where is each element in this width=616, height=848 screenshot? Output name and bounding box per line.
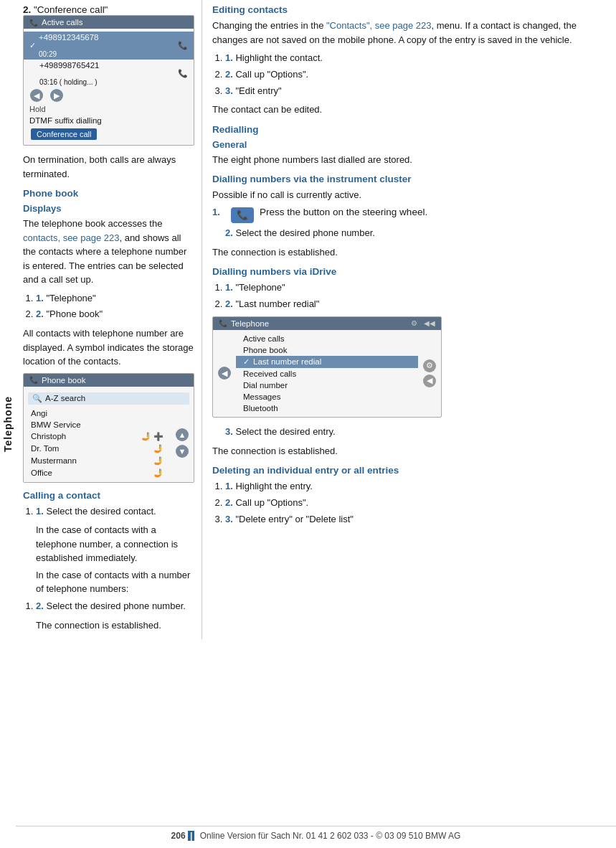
contact-drtom: Dr. Tom 🤳 [24, 443, 171, 455]
delete-step-3: 3. "Delete entry" or "Delete list" [225, 512, 606, 527]
delete-step-1: 1. Highlight the entry. [225, 479, 606, 494]
general-para: The eight phone numbers last dialled are… [212, 153, 606, 167]
tel-rows-wrapper: ◀ Active calls Phone book ✓ Last number … [213, 333, 441, 414]
idrive-step-1: 1. "Telephone" [225, 281, 606, 296]
phonebook-nav: ▲ ▼ [171, 407, 194, 479]
contact-angi: Angi [24, 407, 171, 419]
contacts-link-right[interactable]: "Contacts", see page 223 [326, 20, 432, 31]
tel-nav-left-btn[interactable]: ◀ [218, 367, 231, 380]
calling-indent-1: In the case of contacts with a telephone… [36, 523, 194, 565]
phonebook-contacts-wrapper: Angi BMW Service Christoph 🤳 [24, 407, 194, 479]
instrument-step-1-text: Press the button on the steering wheel. [260, 207, 427, 217]
editing-para: Changing the entries in the "Contacts", … [212, 19, 606, 47]
phone-book-heading: Phone book [23, 188, 194, 199]
editing-contacts-heading: Editing contacts [212, 4, 606, 15]
phonebook-body: 🔍 A-Z search Angi BMW Service [24, 387, 194, 482]
tel-nav-back-btn[interactable]: ◀ [423, 374, 436, 387]
idrive-steps: 1. "Telephone" 2. "Last number redial" [225, 281, 606, 312]
check-icon-1: ✓ [29, 41, 36, 50]
search-label: A-Z search [45, 394, 85, 402]
tel-row-active-calls[interactable]: Active calls [236, 333, 418, 344]
call-num-1: +498912345678 00:29 [39, 33, 98, 58]
instrument-step-2: 2. Select the desired phone number. [225, 226, 606, 241]
tel-nav-right-btn[interactable]: ⚙ [423, 359, 436, 372]
sidebar-label: Telephone [2, 396, 14, 452]
contacts-link[interactable]: contacts, see page 223 [23, 232, 119, 243]
dtmf-row: DTMF suffix dialling [24, 115, 194, 126]
sim-icon-mustermann: 🤳 [153, 456, 164, 466]
nav-row-active: ◀ ▶ [24, 88, 194, 103]
step-phonebook: 2. "Phone book" [36, 307, 194, 322]
idrive-result: The connection is established. [212, 444, 606, 458]
instrument-result: The connection is established. [212, 245, 606, 260]
contact-bmw: BMW Service [24, 419, 171, 430]
all-contacts-para: All contacts with telephone number are d… [23, 326, 194, 369]
phonebook-contacts-list: Angi BMW Service Christoph 🤳 [24, 407, 171, 479]
call-icon-right-1: 📞 [178, 41, 188, 50]
page-num-highlight: | [188, 831, 194, 841]
hold-label: Hold [24, 103, 194, 115]
displays-para: The telephone book accesses the contacts… [23, 217, 194, 287]
conference-btn[interactable]: Conference call [31, 128, 97, 140]
conference-para: On termination, both calls are always te… [23, 153, 194, 181]
phonebook-nav-down[interactable]: ▼ [176, 445, 189, 458]
search-icon: 🔍 [32, 394, 42, 403]
idrive-step3-list: 3. Select the desired entry. [225, 425, 606, 440]
calling-result: The connection is established. [36, 618, 194, 633]
phone-icon-phonebook: 📞 [29, 376, 38, 384]
general-heading: General [212, 139, 606, 150]
tel-row-phone-book[interactable]: Phone book [236, 344, 418, 356]
screen-title-bar-active: 📞 Active calls [24, 16, 194, 29]
sim-icon-office: 🤳 [153, 468, 164, 478]
dialling-instrument-heading: Dialling numbers via the instrument clus… [212, 174, 606, 184]
tel-row-dial-number[interactable]: Dial number [236, 380, 418, 391]
tel-screen-body: ◀ Active calls Phone book ✓ Last number … [213, 330, 441, 417]
idrive-step-3: 3. Select the desired entry. [225, 425, 606, 440]
call-row-2: +498998765421 03:16 ( holding... ) 📞 [24, 60, 194, 88]
nav-right-btn[interactable]: ▶ [50, 89, 63, 102]
calling-indent-2: In the case of contacts with a number of… [36, 568, 194, 596]
phone-icon-tel: 📞 [219, 319, 227, 327]
phonebook-nav-up[interactable]: ▲ [176, 428, 189, 441]
tel-row-last-redial[interactable]: ✓ Last number redial [236, 356, 418, 368]
delete-heading: Deleting an individual entry or all entr… [212, 465, 606, 476]
call-row-1: ✓ +498912345678 00:29 📞 [24, 32, 194, 60]
calling-step-2: 2. Select the desired phone number. [36, 599, 194, 614]
telephone-screen: 📞 Telephone ⚙ ◀◀ ◀ Active calls Phone bo… [212, 316, 442, 418]
screen-title-bar-phonebook: 📞 Phone book [24, 374, 194, 387]
editing-result: The contact can be edited. [212, 103, 606, 117]
redialling-heading: Redialling [212, 124, 606, 135]
back-icon-tel: ◀◀ [424, 319, 435, 327]
tel-nav-right: ⚙ ◀ [418, 333, 441, 414]
steering-wheel-phone-icon: 📞 [231, 207, 254, 223]
page-number: 206 | [171, 831, 198, 841]
plus-icon-christoph: ➕ [153, 432, 164, 441]
active-calls-body: ✓ +498912345678 00:29 📞 +498998765421 03… [24, 29, 194, 145]
contact-mustermann: Mustermann 🤳 [24, 455, 171, 467]
dialling-idrive-heading: Dialling numbers via iDrive [212, 266, 606, 277]
contact-office: Office 🤳 [24, 467, 171, 479]
tel-row-received-calls[interactable]: Received calls [236, 368, 418, 380]
calling-steps-2: 2. Select the desired phone number. [36, 599, 194, 614]
right-column: Editing contacts Changing the entries in… [202, 0, 616, 639]
sim-icon-drtom: 🤳 [153, 444, 164, 453]
page-footer: 206 | Online Version für Sach Nr. 01 41 … [16, 826, 616, 841]
left-column: 2. "Conference call" 📞 Active calls ✓ +4… [16, 0, 202, 639]
phonebook-screen: 📞 Phone book 🔍 A-Z search Angi [23, 373, 194, 483]
screen-title-bar-telephone: 📞 Telephone ⚙ ◀◀ [213, 317, 441, 330]
call-icon-right-2: 📞 [178, 69, 188, 78]
editing-step-3: 3. "Edit entry" [225, 84, 606, 99]
active-calls-screen: 📞 Active calls ✓ +498912345678 00:29 📞 [23, 15, 194, 146]
tel-row-bluetooth[interactable]: Bluetooth [236, 402, 418, 414]
conference-btn-row: Conference call [24, 126, 194, 142]
nav-left-btn[interactable]: ◀ [30, 89, 43, 102]
settings-icon-tel: ⚙ [411, 319, 417, 327]
instrument-step-2-list: 2. Select the desired phone number. [225, 226, 606, 241]
calling-steps: 1. Select the desired contact. [36, 504, 194, 519]
editing-step-1: 1. Highlight the contact. [225, 51, 606, 66]
sim-icon-christoph: 🤳 [141, 432, 151, 441]
tel-row-messages[interactable]: Messages [236, 391, 418, 402]
search-row[interactable]: 🔍 A-Z search [28, 392, 189, 405]
delete-step-2: 2. Call up "Options". [225, 496, 606, 511]
sidebar: Telephone [0, 0, 16, 848]
